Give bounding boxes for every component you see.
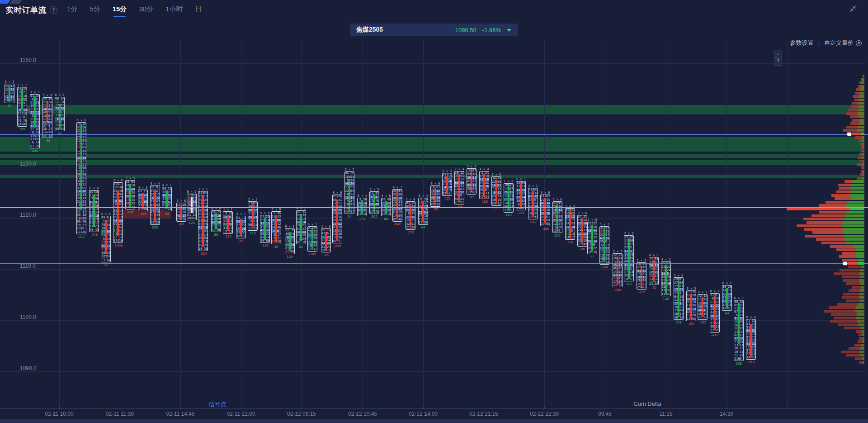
footprint-bar[interactable]: 3167437253175463399359632311117274146356… xyxy=(599,226,609,265)
custom-volume-price-button[interactable]: 自定义量价 xyxy=(824,39,862,47)
footprint-cell-row: 4102 xyxy=(223,212,232,215)
profile-buy-segment xyxy=(856,248,864,251)
volume-profile-row xyxy=(835,197,864,200)
candle-body xyxy=(93,195,95,227)
footprint-bar[interactable]: 2552201881062644195292152297143160028622… xyxy=(587,222,597,254)
order-flow-chart[interactable]: 02-11 10:0002-11 11:3002-11 14:4502-11 2… xyxy=(0,0,868,423)
candle-body xyxy=(641,266,642,287)
profile-buy-segment xyxy=(862,340,864,343)
footprint-bar[interactable]: 7212111428988584048446110521970 × 2-132 xyxy=(698,294,708,320)
volume-profile-row xyxy=(850,115,864,118)
tab-interval-5分[interactable]: 5分 xyxy=(90,5,100,17)
footprint-bar[interactable]: 3108179324932818592321357238325403113679… xyxy=(528,188,538,219)
tab-interval-30分[interactable]: 30分 xyxy=(139,5,153,17)
footprint-bar[interactable]: 3501431662620272334239143175396378146398… xyxy=(392,189,402,222)
footprint-bar[interactable]: 2922686511722183482812549602116221128273… xyxy=(332,195,342,243)
footprint-bar[interactable]: 920191735119112622024974102133222272985 … xyxy=(418,198,428,225)
profile-sell-segment xyxy=(850,115,859,118)
profile-sell-segment xyxy=(841,351,859,353)
footprint-delta-label: 94 xyxy=(718,311,736,315)
footprint-bar[interactable]: 8231496324341347210934021854472944447025… xyxy=(296,210,306,244)
profile-sell-segment xyxy=(844,327,860,329)
volume-profile-row xyxy=(843,293,864,295)
footprint-bar[interactable]: 2893311911914420824205130184253722364122… xyxy=(125,180,135,209)
tab-interval-1分[interactable]: 1分 xyxy=(67,5,77,17)
footprint-bar[interactable]: 7812795562121412938233112633717021172651… xyxy=(76,122,86,234)
volume-profile-row xyxy=(830,245,864,248)
profile-sell-segment xyxy=(836,190,851,193)
footprint-bar[interactable]: 2511576528433913086204120263673481111002… xyxy=(686,290,696,321)
footprint-bar[interactable]: 74238420448892381317815660 × 086 xyxy=(211,210,221,232)
footprint-bar[interactable]: 1423431441173762894919429172705 × 5302 xyxy=(369,191,379,214)
volume-profile-row xyxy=(855,357,864,360)
footprint-bar[interactable]: 921274261932761636414450442313451521 × 8… xyxy=(321,228,331,252)
footprint-bar[interactable]: 2253421761379245111140400105585426868236… xyxy=(198,191,208,251)
candle-body xyxy=(300,214,302,241)
candle-body xyxy=(227,215,229,231)
candle-body xyxy=(628,238,630,279)
footprint-bar[interactable]: 1012539595712268988131210823929218305841… xyxy=(454,171,464,204)
settings-button[interactable]: 参数设置 xyxy=(790,39,814,47)
footprint-bar[interactable]: 21829473226845711210908219441761176 × 1-… xyxy=(307,226,317,252)
footprint-bar[interactable]: 2321240274751641316841832019927445 × 3-1… xyxy=(442,173,452,196)
footprint-bar[interactable]: 7131531331513899148734511451130437319242… xyxy=(746,319,756,360)
footprint-bar[interactable]: 1064183558227312413118242337218094062153… xyxy=(565,208,575,240)
footprint-bar[interactable]: 2345938343982533704258420116901891322272… xyxy=(248,201,258,231)
profile-sell-segment xyxy=(856,330,862,333)
footprint-bar[interactable]: 5883722571796226177471582221927648189391… xyxy=(150,185,160,225)
footprint-delta-label: -185 xyxy=(475,200,493,204)
footprint-delta-label: -542 xyxy=(388,222,406,226)
footprint-bar[interactable]: 1215260183136102108467157268400573346814… xyxy=(479,171,489,199)
footprint-header: 3 × 5 xyxy=(123,176,137,180)
price-axis-label: 1150.0 xyxy=(20,57,36,63)
help-icon[interactable]: ? xyxy=(50,6,57,14)
footprint-bar[interactable]: 3973018024756192072907514113246341063802… xyxy=(89,190,99,232)
footprint-bar[interactable]: 41022481011321893713619831381 × 1-112 xyxy=(223,211,233,234)
signal-points-toggle[interactable]: 信号点 xyxy=(209,400,226,409)
footprint-bar[interactable]: 4368258793881041582608899140531332762681… xyxy=(101,216,111,262)
footprint-bar[interactable]: 1126222454634978782611632230420367166591… xyxy=(540,195,550,226)
footprint-bar[interactable]: 335127255112621491021576 × 325 xyxy=(5,84,14,103)
instrument-selector[interactable]: 焦煤2505 1098.50 -1.96% xyxy=(350,24,518,36)
footprint-header: 5 × 0 xyxy=(99,212,113,216)
footprint-bar[interactable]: 4301567816081348271552912336122476280129… xyxy=(552,201,562,233)
footprint-bar[interactable]: 147301758264193208272288137332551974 × 5… xyxy=(649,257,659,285)
candle-body xyxy=(275,215,277,242)
footprint-bar[interactable]: 1599911014513636314515413354188856811964… xyxy=(516,181,526,210)
footprint-bar[interactable]: 342143235901693132131011451973915541122 … xyxy=(491,176,501,206)
tab-interval-1小时[interactable]: 1小时 xyxy=(165,5,183,17)
footprint-bar[interactable]: 9832362294434188974388113128136355631988… xyxy=(734,300,744,361)
footprint-bar[interactable]: 1082051408775192158410853851441425822179… xyxy=(504,183,514,213)
profile-buy-segment xyxy=(859,105,864,108)
footprint-bar[interactable]: 22301646029541573981006185111980 × 3120 xyxy=(285,228,295,254)
footprint-bar[interactable]: 1032530217621631801143093321094424316612… xyxy=(17,87,27,127)
bottom-scroll-strip[interactable] xyxy=(0,419,868,423)
panel-expand-button[interactable]: › xyxy=(774,50,782,58)
collapse-icon[interactable] xyxy=(848,4,858,14)
footprint-bar[interactable]: 3328215996312522788113418530532814023671… xyxy=(624,235,634,281)
profile-buy-segment xyxy=(861,81,864,84)
panel-help-button[interactable]: ? xyxy=(774,57,782,66)
footprint-bar[interactable]: 1331052311251971054113192045 × 6-63 xyxy=(176,203,186,222)
time-axis-label: 09:45 xyxy=(598,411,612,417)
footprint-bar[interactable]: 1026143119125193252498712517916019550 × … xyxy=(722,285,732,311)
footprint-delta-label: -164 xyxy=(595,265,613,269)
footprint-bar[interactable]: 6834356310138189739324918313883616283628… xyxy=(55,97,65,131)
footprint-cell-row: 1316 xyxy=(77,227,86,230)
footprint-bar[interactable]: 3262141420207861912830846318831782310298… xyxy=(271,211,281,244)
footprint-bar[interactable]: 2342335314011811413359493710823628214710… xyxy=(260,215,270,243)
supply-demand-zone xyxy=(0,160,864,165)
footprint-bar[interactable]: 2901276017421138210994641071351221751186… xyxy=(674,277,684,320)
tab-interval-15分[interactable]: 15分 xyxy=(113,5,127,17)
profile-sell-segment xyxy=(843,279,859,282)
footprint-bar[interactable]: 106479910439551412268412058831332845 × 6… xyxy=(467,168,476,195)
tab-interval-日[interactable]: 日 xyxy=(195,5,202,17)
footprint-cell-row: 132227 xyxy=(248,227,257,230)
volume-profile-row xyxy=(816,238,864,241)
footprint-bar[interactable]: 3621823922224420198163938741174014012123… xyxy=(661,261,671,296)
candle-body xyxy=(714,296,716,330)
footprint-header: 4 × 2 xyxy=(659,258,673,261)
candle-body xyxy=(21,89,23,109)
profile-sell-segment xyxy=(819,211,846,214)
footprint-delta-label: -248 xyxy=(85,233,103,237)
